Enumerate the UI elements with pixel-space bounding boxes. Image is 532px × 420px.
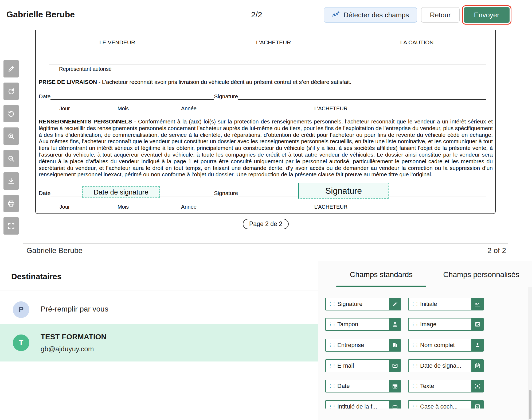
delivery-text: - L’acheteur reconnaît avoir pris livrai…: [97, 79, 351, 85]
page-indicator: 2/2: [251, 10, 262, 19]
standard-fields-grid: ⋮⋮ Signature ⋮⋮ Initiale ⋮⋮ Tampon ⋮⋮ Im…: [318, 287, 528, 409]
page-badge: Page 2 de 2: [243, 219, 289, 229]
envelope-icon: [389, 359, 401, 372]
field-job-title[interactable]: ⋮⋮ Intitulé de la f...: [325, 400, 401, 409]
back-button[interactable]: Retour: [421, 7, 460, 23]
detect-fields-label: Détecter des champs: [343, 11, 409, 19]
status-page-count: 2 of 2: [487, 246, 506, 255]
status-document-name: Gabrielle Berube: [26, 246, 83, 255]
zoom-out-icon: [7, 155, 15, 163]
drag-handle-icon: ⋮⋮: [328, 322, 336, 326]
personal-info-paragraph: RENSEIGNEMENTS PERSONNELS - Conformément…: [39, 118, 493, 178]
rotate-right-icon: [7, 87, 15, 95]
recipient-avatar: T: [13, 335, 29, 351]
zoom-out-button[interactable]: [3, 150, 19, 167]
placed-signing-date-field[interactable]: Date de signature: [82, 186, 160, 198]
delivery-paragraph: PRISE DE LIVRAISON - L’acheteur reconnaî…: [39, 79, 493, 85]
send-button-label: Envoyer: [474, 11, 499, 19]
drag-handle-icon: ⋮⋮: [328, 405, 336, 409]
tab-standard-fields[interactable]: Champs standards: [336, 270, 426, 279]
drag-handle-icon: ⋮⋮: [411, 405, 418, 409]
field-image[interactable]: ⋮⋮ Image: [408, 318, 484, 331]
stamp-icon: [389, 318, 401, 331]
day-label: Jour: [60, 106, 70, 112]
panel-scrollbar: [528, 287, 532, 420]
person-icon: [471, 339, 484, 352]
signature-label-2: Signature: [214, 190, 238, 196]
zoom-in-button[interactable]: [3, 127, 19, 145]
recipients-title: Destinataires: [11, 272, 61, 281]
date-signature-row-1: Date Signature: [39, 93, 486, 100]
signature-rule: [49, 64, 486, 64]
rotate-left-button[interactable]: [3, 105, 19, 122]
calendar-icon: [389, 380, 401, 392]
field-checkbox[interactable]: ⋮⋮ Case à coch...: [408, 400, 484, 409]
print-icon: [7, 200, 15, 208]
buyer-heading: L’ACHETEUR: [256, 39, 291, 46]
drag-handle-icon: ⋮⋮: [411, 343, 418, 347]
delivery-title: PRISE DE LIVRAISON: [39, 79, 97, 85]
guarantor-heading: LA CAUTION: [400, 39, 434, 46]
recipient-name: TEST FORMATION: [41, 333, 107, 341]
buyer-caps-label: L’ACHETEUR: [314, 106, 347, 112]
field-email[interactable]: ⋮⋮ E-mail: [325, 359, 401, 372]
signing-date-calendar-icon: [471, 359, 484, 372]
drag-handle-icon: ⋮⋮: [411, 384, 418, 388]
day-label-2: Jour: [60, 204, 70, 210]
date-label-2: Date: [39, 190, 50, 196]
field-full-name[interactable]: ⋮⋮ Nom complet: [408, 339, 484, 352]
document-title: Gabrielle Berube: [6, 10, 75, 20]
drag-handle-icon: ⋮⋮: [411, 302, 418, 306]
print-button[interactable]: [3, 195, 19, 212]
field-signature[interactable]: ⋮⋮ Signature: [325, 298, 401, 310]
svg-text:A: A: [476, 384, 479, 388]
field-text[interactable]: ⋮⋮ Texte A: [408, 380, 484, 392]
detect-fields-icon: [332, 10, 340, 20]
rotate-left-icon: [7, 110, 15, 118]
year-label-2: Année: [181, 204, 197, 210]
checkbox-icon: [471, 400, 484, 409]
month-label-2: Mois: [118, 204, 129, 210]
drag-handle-icon: ⋮⋮: [328, 364, 336, 368]
placed-signature-field[interactable]: Signature: [298, 183, 389, 199]
seller-heading: LE VENDEUR: [99, 39, 135, 46]
image-icon: [471, 318, 484, 331]
prefill-avatar: P: [13, 301, 29, 318]
back-button-label: Retour: [430, 11, 451, 19]
year-label: Année: [181, 106, 197, 112]
send-button[interactable]: Envoyer: [464, 7, 510, 23]
field-stamp[interactable]: ⋮⋮ Tampon: [325, 318, 401, 331]
personal-info-text: - Conformément à la (aux) loi(s) sur la …: [39, 118, 493, 177]
month-label: Mois: [118, 106, 129, 112]
recipients-divider: [0, 290, 318, 290]
initial-icon: [471, 298, 484, 310]
drag-handle-icon: ⋮⋮: [328, 302, 336, 306]
download-button[interactable]: [3, 172, 19, 190]
scrollbar-thumb[interactable]: [529, 390, 531, 419]
recipients-panel: Destinataires P Pré-remplir par vous T T…: [0, 261, 318, 420]
top-header: Gabrielle Berube 2/2 Détecter des champs…: [0, 0, 532, 30]
date-line: [50, 93, 214, 100]
fullscreen-button[interactable]: [3, 217, 19, 235]
rotate-right-button[interactable]: [3, 83, 19, 100]
briefcase-icon: [389, 400, 401, 409]
drag-handle-icon: ⋮⋮: [328, 384, 336, 388]
drag-handle-icon: ⋮⋮: [328, 343, 336, 347]
tab-custom-fields[interactable]: Champs personnalisés: [437, 270, 525, 279]
pencil-icon: [7, 65, 15, 73]
zoom-in-icon: [7, 132, 15, 140]
field-initial[interactable]: ⋮⋮ Initiale: [408, 298, 484, 310]
signature-pen-icon: [389, 298, 401, 310]
field-signing-date[interactable]: ⋮⋮ Date de signa...: [408, 359, 484, 372]
fields-panel: Champs standards Champs personnalisés ⋮⋮…: [318, 261, 532, 420]
edit-button[interactable]: [3, 60, 19, 77]
field-company[interactable]: ⋮⋮ Entreprise: [325, 339, 401, 352]
field-date[interactable]: ⋮⋮ Date: [325, 380, 401, 392]
company-building-icon: [389, 339, 401, 352]
date-label: Date: [39, 93, 50, 100]
detect-fields-button[interactable]: Détecter des champs: [324, 7, 417, 23]
recipient-test-formation-row[interactable]: T TEST FORMATION gb@ajduyuy.com: [0, 324, 318, 361]
recipient-prefill-row[interactable]: P Pré-remplir par vous: [0, 299, 318, 321]
recipient-email: gb@ajduyuy.com: [41, 345, 94, 353]
document-viewer: LE VENDEUR L’ACHETEUR LA CAUTION Représe…: [23, 30, 508, 244]
